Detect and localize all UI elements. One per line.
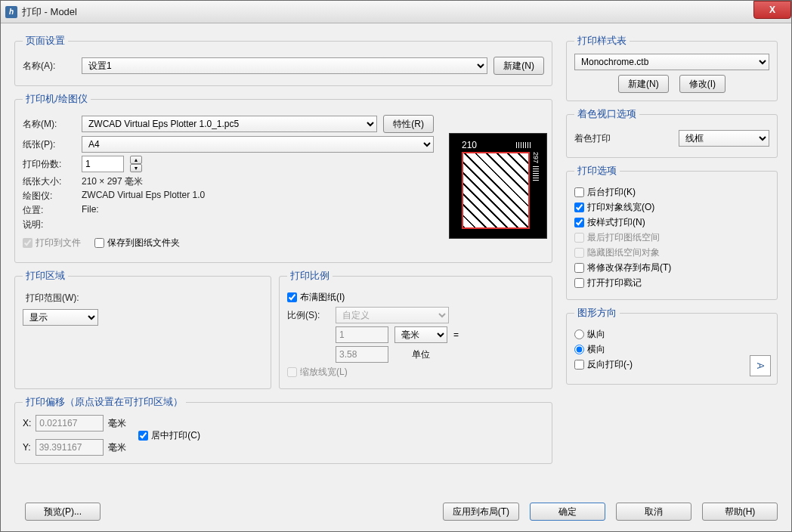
scale-lineweight-check[interactable]: 缩放线宽(L) [287, 366, 544, 379]
offset-legend: 打印偏移（原点设置在可打印区域） [23, 395, 186, 409]
print-scale-legend: 打印比例 [287, 269, 333, 283]
orientation-icon: A [750, 355, 771, 376]
save-layout-check[interactable]: 将修改保存到布局(T) [574, 261, 769, 274]
desc-label: 说明: [23, 218, 76, 231]
paper-select[interactable]: A4 [82, 136, 434, 153]
upside-check[interactable]: 反向打印(-) [574, 358, 769, 371]
hide-ps-check[interactable]: 隐藏图纸空间对象 [574, 246, 769, 259]
dialog-body: 页面设置 名称(A): 设置1 新建(N) 打印机/绘图仪 名称(M): [1, 23, 791, 531]
shade-select[interactable]: 线框 [679, 130, 769, 147]
orientation-group: 图形方向 纵向 横向 反向打印(-) A [566, 306, 778, 385]
scale-numerator-input[interactable] [336, 326, 388, 343]
help-button[interactable]: 帮助(H) [702, 503, 778, 521]
plotter-legend: 打印机/绘图仪 [23, 92, 91, 106]
window-title: 打印 - Model [22, 5, 77, 19]
style-edit-button[interactable]: 修改(I) [679, 75, 725, 93]
shade-legend: 着色视口选项 [574, 107, 639, 121]
location-label: 位置: [23, 204, 76, 217]
copies-input[interactable] [82, 156, 124, 172]
paperspace-last-check[interactable]: 最后打印图纸空间 [574, 231, 769, 244]
plotter-info-value: ZWCAD Virtual Eps Plotter 1.0 [82, 190, 205, 203]
page-name-label: 名称(A): [23, 60, 76, 73]
page-new-button[interactable]: 新建(N) [493, 57, 544, 75]
paper-size-value: 210 × 297 毫米 [82, 175, 143, 188]
close-icon: X [769, 5, 775, 15]
preview-height: 297 [532, 152, 540, 163]
page-name-select[interactable]: 设置1 [82, 57, 487, 74]
scale-denominator-input[interactable] [336, 346, 388, 363]
apply-layout-button[interactable]: 应用到布局(T) [443, 503, 519, 521]
print-to-file-check[interactable]: 打印到文件 [23, 237, 81, 249]
paper-preview: 210 297 [449, 133, 547, 239]
print-scale-group: 打印比例 布满图纸(I) 比例(S): 自定义 [279, 269, 552, 389]
print-range-select[interactable]: 显示 [23, 309, 98, 326]
page-setup-legend: 页面设置 [23, 34, 68, 48]
by-style-check[interactable]: 按样式打印(N) [574, 216, 769, 229]
close-button[interactable]: X [753, 1, 791, 19]
preview-width: 210 [462, 140, 477, 150]
print-options-group: 打印选项 后台打印(K) 打印对象线宽(O) 按样式打印(N) 最后打印图纸空间… [566, 164, 778, 300]
copies-down-button[interactable]: ▼ [130, 164, 142, 172]
bg-print-check[interactable]: 后台打印(K) [574, 186, 769, 199]
scale-ratio-label: 比例(S): [287, 309, 329, 322]
offset-y-label: Y: [23, 442, 31, 453]
style-new-button[interactable]: 新建(N) [618, 75, 669, 93]
style-table-select[interactable]: Monochrome.ctb [574, 54, 769, 70]
lineweight-check[interactable]: 打印对象线宽(O) [574, 201, 769, 214]
offset-x-unit: 毫米 [108, 417, 126, 430]
print-area-legend: 打印区域 [23, 269, 68, 283]
titlebar: h 打印 - Model X [1, 1, 791, 23]
offset-group: 打印偏移（原点设置在可打印区域） X: 毫米 Y: 毫米 [14, 395, 552, 464]
preview-button[interactable]: 预览(P)... [25, 503, 101, 521]
stamp-check[interactable]: 打开打印戳记 [574, 277, 769, 289]
portrait-radio[interactable]: 纵向 [574, 328, 769, 341]
center-print-check[interactable]: 居中打印(C) [138, 429, 200, 442]
save-to-folder-check[interactable]: 保存到图纸文件夹 [94, 237, 180, 249]
shade-group: 着色视口选项 着色打印 线框 [566, 107, 778, 158]
page-setup-group: 页面设置 名称(A): 设置1 新建(N) [14, 34, 552, 86]
copies-up-button[interactable]: ▲ [130, 156, 142, 164]
plotter-name-label: 名称(M): [23, 118, 76, 131]
offset-x-label: X: [23, 418, 31, 428]
paper-label: 纸张(P): [23, 138, 76, 151]
offset-y-input[interactable] [36, 439, 104, 456]
paper-size-label: 纸张大小: [23, 175, 76, 188]
preview-sheet [462, 152, 530, 229]
location-value: File: [82, 204, 99, 217]
orientation-legend: 图形方向 [574, 306, 620, 320]
equals-label: = [453, 329, 459, 340]
print-area-group: 打印区域 打印范围(W): 显示 [14, 269, 271, 389]
plotter-group: 打印机/绘图仪 名称(M): ZWCAD Virtual Eps Plotter… [14, 92, 552, 263]
offset-y-unit: 毫米 [108, 441, 126, 454]
offset-x-input[interactable] [36, 415, 104, 431]
print-range-label: 打印范围(W): [26, 292, 263, 305]
style-table-group: 打印样式表 Monochrome.ctb 新建(N) 修改(I) [566, 34, 778, 101]
ruler-icon [516, 142, 531, 148]
dialog-footer: 预览(P)... 应用到布局(T) 确定 取消 帮助(H) [14, 503, 778, 521]
plotter-props-button[interactable]: 特性(R) [383, 115, 434, 133]
print-options-legend: 打印选项 [574, 164, 620, 178]
landscape-radio[interactable]: 横向 [574, 343, 769, 356]
print-dialog: h 打印 - Model X 页面设置 名称(A): 设置1 新建(N) [0, 0, 792, 532]
plotter-name-select[interactable]: ZWCAD Virtual Eps Plotter 1.0_1.pc5 [82, 116, 377, 132]
plotter-info-label: 绘图仪: [23, 190, 76, 203]
ok-button[interactable]: 确定 [530, 503, 605, 521]
ruler-icon [533, 166, 539, 181]
style-table-legend: 打印样式表 [574, 34, 630, 48]
scale-unit-select[interactable]: 毫米 [394, 326, 447, 343]
scale-ratio-select[interactable]: 自定义 [336, 307, 449, 323]
app-icon: h [5, 6, 17, 18]
scale-unit-label: 单位 [394, 348, 447, 361]
cancel-button[interactable]: 取消 [616, 503, 691, 521]
fit-to-paper-check[interactable]: 布满图纸(I) [287, 291, 544, 304]
copies-label: 打印份数: [23, 158, 76, 171]
shade-label: 着色打印 [574, 132, 673, 145]
